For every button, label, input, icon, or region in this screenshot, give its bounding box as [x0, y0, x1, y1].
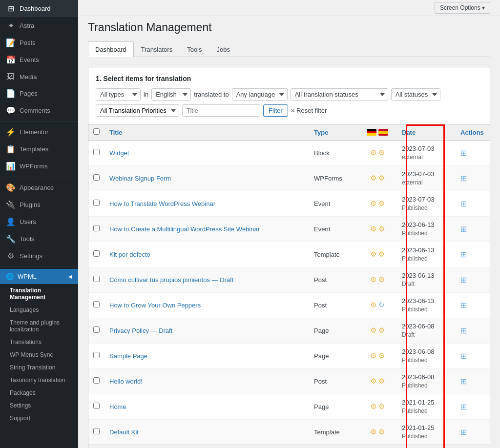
tab-jobs[interactable]: Jobs: [209, 41, 237, 57]
row-title-link[interactable]: How to Translate WordPress Webinar: [109, 200, 215, 207]
tab-translators[interactable]: Translators: [134, 41, 180, 57]
es-translation-icon[interactable]: ⚙: [378, 224, 385, 233]
submenu-item-string-translation[interactable]: String Translation: [0, 361, 78, 374]
row-action-icon[interactable]: ⊞: [460, 301, 467, 309]
sidebar-item-plugins[interactable]: 🔌 Plugins: [0, 196, 78, 213]
de-translation-icon[interactable]: ⚙: [370, 402, 376, 411]
es-translation-icon[interactable]: ⚙: [378, 148, 385, 157]
footer-title[interactable]: Title: [104, 445, 309, 448]
submenu-item-packages[interactable]: Packages: [0, 387, 78, 399]
sidebar-item-appearance[interactable]: 🎨 Appearance: [0, 179, 78, 196]
sidebar-item-templates[interactable]: 📋 Templates: [0, 141, 78, 158]
es-translation-icon[interactable]: ⚙: [378, 402, 385, 411]
es-translation-icon[interactable]: ⚙: [378, 174, 385, 183]
es-translation-icon[interactable]: ⚙: [378, 377, 385, 386]
header-title[interactable]: Title: [104, 124, 309, 141]
title-filter-input[interactable]: [182, 104, 260, 117]
de-translation-icon[interactable]: ⚙: [370, 301, 376, 309]
tab-tools[interactable]: Tools: [180, 41, 209, 57]
submenu-item-translation-management[interactable]: Translation Management: [0, 284, 78, 304]
row-action-icon[interactable]: ⊞: [460, 377, 467, 386]
row-checkbox[interactable]: [93, 149, 100, 155]
row-title-link[interactable]: Default Kit: [109, 428, 139, 436]
submenu-item-translations[interactable]: Translations: [0, 336, 78, 348]
row-title-link[interactable]: How to Create a Multilingual WordPress S…: [109, 225, 260, 233]
row-checkbox[interactable]: [93, 352, 100, 358]
row-action-icon[interactable]: ⊞: [460, 326, 467, 335]
es-translation-icon[interactable]: ⚙: [378, 428, 385, 436]
sidebar-item-settings[interactable]: ⚙ Settings: [0, 247, 78, 265]
row-checkbox[interactable]: [93, 225, 100, 231]
filter-button[interactable]: Filter: [263, 104, 288, 117]
row-checkbox[interactable]: [93, 250, 100, 257]
row-title-link[interactable]: Sample Page: [109, 352, 147, 360]
row-title-link[interactable]: How to Grow Your Own Peppers: [109, 302, 201, 309]
sidebar-item-events[interactable]: 📅 Events: [0, 51, 78, 68]
de-translation-icon[interactable]: ⚙: [370, 224, 376, 233]
row-title-link[interactable]: Webinar Signup Form: [109, 175, 171, 182]
submenu-item-settings-wpml[interactable]: Settings: [0, 399, 78, 412]
row-checkbox[interactable]: [93, 428, 100, 434]
type-filter-select[interactable]: All typesPostPageBlockTemplateEventWPFor…: [96, 88, 141, 101]
de-translation-icon[interactable]: ⚙: [370, 428, 376, 436]
row-action-icon[interactable]: ⊞: [460, 250, 467, 259]
reset-filter-link[interactable]: × Reset filter: [291, 107, 327, 114]
tab-dashboard[interactable]: Dashboard: [88, 41, 134, 57]
submenu-item-theme-localization[interactable]: Theme and plugins localization: [0, 316, 78, 336]
sidebar-item-pages[interactable]: 📄 Pages: [0, 85, 78, 102]
de-translation-icon[interactable]: ⚙: [370, 275, 376, 284]
row-action-icon[interactable]: ⊞: [460, 403, 467, 411]
submenu-item-support[interactable]: Support: [0, 412, 78, 425]
translation-priorities-select[interactable]: All Translation PrioritiesHighNormalLow: [96, 104, 179, 117]
row-action-icon[interactable]: ⊞: [460, 174, 467, 183]
screen-options-button[interactable]: Screen Options ▾: [435, 2, 490, 14]
row-checkbox[interactable]: [93, 174, 100, 181]
translation-status-select[interactable]: All translation statusesNot translatedNe…: [291, 88, 388, 101]
sidebar-item-comments[interactable]: 💬 Comments: [0, 102, 78, 119]
es-translation-icon[interactable]: ⚙: [378, 351, 385, 360]
row-action-icon[interactable]: ⊞: [460, 428, 467, 436]
submenu-item-languages[interactable]: Languages: [0, 304, 78, 316]
de-translation-icon[interactable]: ⚙: [370, 326, 376, 335]
de-translation-icon[interactable]: ⚙: [370, 377, 376, 386]
sidebar-item-elementor[interactable]: ⚡ Elementor: [0, 123, 78, 141]
submenu-item-taxonomy-translation[interactable]: Taxonomy translation: [0, 374, 78, 387]
de-translation-icon[interactable]: ⚙: [370, 351, 376, 360]
row-action-icon[interactable]: ⊞: [460, 200, 467, 208]
row-checkbox[interactable]: [93, 200, 100, 206]
row-title-link[interactable]: Privacy Policy — Draft: [109, 327, 172, 334]
sidebar-item-wpml[interactable]: 🌐 WPML ◀: [0, 269, 78, 284]
es-translation-icon[interactable]: ⚙: [378, 326, 385, 335]
row-title-link[interactable]: Cómo cultivar tus propios pimientos — Dr…: [109, 276, 233, 284]
sidebar-item-wpforms[interactable]: 📊 WPForms: [0, 158, 78, 175]
es-translation-icon[interactable]: ↻: [378, 301, 385, 309]
sidebar-item-tools[interactable]: 🔧 Tools: [0, 230, 78, 247]
de-translation-icon[interactable]: ⚙: [370, 148, 376, 157]
row-action-icon[interactable]: ⊞: [460, 276, 467, 284]
es-translation-icon[interactable]: ⚙: [378, 250, 385, 259]
row-title-link[interactable]: Home: [109, 403, 126, 410]
de-translation-icon[interactable]: ⚙: [370, 199, 376, 208]
sidebar-item-posts[interactable]: 📝 Posts: [0, 34, 78, 51]
sidebar-item-astra[interactable]: ✦ Astra: [0, 17, 78, 34]
target-language-select[interactable]: Any languageGermanSpanish: [232, 88, 288, 101]
row-action-icon[interactable]: ⊞: [460, 352, 467, 360]
row-checkbox[interactable]: [93, 377, 100, 384]
submenu-item-wp-menus-sync[interactable]: WP Menus Sync: [0, 348, 78, 361]
sidebar-item-users[interactable]: 👤 Users: [0, 213, 78, 230]
row-title-link[interactable]: Hello world!: [109, 378, 143, 385]
row-checkbox[interactable]: [93, 326, 100, 333]
es-translation-icon[interactable]: ⚙: [378, 199, 385, 208]
de-translation-icon[interactable]: ⚙: [370, 174, 376, 183]
row-action-icon[interactable]: ⊞: [460, 225, 467, 233]
row-action-icon[interactable]: ⊞: [460, 149, 467, 157]
de-translation-icon[interactable]: ⚙: [370, 250, 376, 259]
row-checkbox[interactable]: [93, 276, 100, 282]
row-checkbox[interactable]: [93, 403, 100, 409]
es-translation-icon[interactable]: ⚙: [378, 275, 385, 284]
all-statuses-select[interactable]: All statusesPublishedDraftPending: [391, 88, 440, 101]
row-title-link[interactable]: Kit por defecto: [109, 251, 150, 258]
select-all-checkbox[interactable]: [93, 128, 100, 135]
row-checkbox[interactable]: [93, 301, 100, 307]
row-title-link[interactable]: Widget: [109, 149, 129, 157]
